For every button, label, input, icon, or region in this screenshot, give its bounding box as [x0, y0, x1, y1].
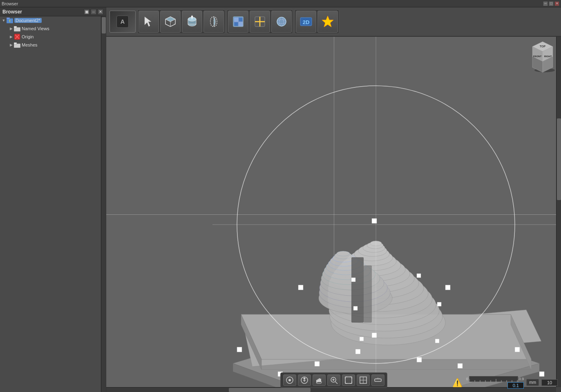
- handle-corner-tr[interactable]: [515, 347, 520, 352]
- toolbar-group-2: [227, 9, 293, 34]
- ruler-max-label: 0.9: [519, 377, 524, 381]
- body-select-button[interactable]: [271, 11, 292, 33]
- svg-marker-16: [165, 17, 175, 22]
- svg-rect-86: [417, 274, 421, 278]
- v-scroll-thumb[interactable]: [557, 118, 561, 200]
- svg-rect-78: [364, 265, 372, 323]
- folder-icon-named-views: [14, 25, 20, 32]
- close-button[interactable]: ✕: [554, 1, 559, 6]
- maximize-button[interactable]: □: [549, 1, 554, 6]
- window-controls: ─ □ ✕: [543, 1, 559, 6]
- browser-scrollbar[interactable]: [101, 16, 106, 392]
- svg-rect-82: [458, 363, 463, 368]
- orbit-button[interactable]: [298, 374, 311, 386]
- face-select-button[interactable]: [228, 11, 248, 33]
- minimize-button[interactable]: ─: [543, 1, 548, 6]
- browser-header: Browser ▣ ─ ✕: [0, 7, 106, 16]
- warning-icon: ⚠️: [451, 377, 464, 388]
- browser-collapse-button[interactable]: ▣: [84, 9, 89, 15]
- ruler-min-label: 0: [466, 377, 468, 381]
- svg-rect-24: [234, 18, 238, 22]
- svg-rect-77: [351, 257, 364, 323]
- browser-title: Browser: [2, 9, 22, 15]
- tree-origin-arrow[interactable]: ▶: [8, 34, 14, 40]
- browser-header-controls: ▣ ─ ✕: [84, 9, 103, 15]
- svg-rect-87: [435, 339, 439, 343]
- tree-root-item[interactable]: ▼ ! Document2*: [0, 16, 106, 24]
- browser-close-button[interactable]: ✕: [98, 9, 103, 15]
- pan-button[interactable]: [313, 374, 326, 386]
- svg-rect-107: [316, 380, 317, 383]
- svg-rect-27: [239, 22, 243, 26]
- svg-text:RIGHT: RIGHT: [544, 55, 552, 58]
- svg-rect-4: [14, 26, 17, 28]
- extrude-button[interactable]: [182, 11, 202, 33]
- handle-corner-tl[interactable]: [237, 347, 242, 352]
- 2d-button[interactable]: 2D: [296, 11, 316, 33]
- measure-button[interactable]: [371, 374, 384, 386]
- svg-rect-83: [353, 306, 358, 310]
- edge-select-button[interactable]: [250, 11, 270, 33]
- main-menu-button[interactable]: A: [110, 11, 136, 33]
- svg-marker-36: [322, 16, 333, 27]
- resize-corner[interactable]: [556, 387, 561, 392]
- toolbar-group-3: 2D: [295, 9, 339, 34]
- nav-cube[interactable]: TOP FRONT RIGHT: [524, 41, 557, 74]
- browser-panel: Browser ▣ ─ ✕ ▼ ! Document2* ▶ Named: [0, 7, 106, 392]
- tree-item-meshes[interactable]: ▶ Meshes: [0, 41, 106, 49]
- tree-named-views-label: Named Views: [22, 26, 49, 31]
- svg-text:FRONT: FRONT: [533, 55, 542, 58]
- viewport[interactable]: TOP FRONT RIGHT: [106, 37, 561, 392]
- current-value-box[interactable]: 0.1: [507, 382, 524, 389]
- svg-rect-25: [239, 18, 243, 22]
- value-display[interactable]: 10: [541, 379, 558, 386]
- toolbar: A: [106, 7, 561, 37]
- tree-root-arrow[interactable]: ▼: [1, 18, 7, 23]
- tree-item-origin[interactable]: ▶ Origin: [0, 33, 106, 41]
- folder-icon-meshes: [14, 42, 20, 48]
- window-title: Browser: [2, 1, 18, 6]
- svg-rect-88: [360, 337, 364, 341]
- svg-text:!: !: [9, 19, 11, 23]
- svg-line-109: [335, 382, 337, 384]
- status-bar: ⚠️ 0: [451, 376, 558, 389]
- grid-button[interactable]: [357, 374, 370, 386]
- browser-settings-button[interactable]: ─: [91, 9, 96, 15]
- vertical-scrollbar[interactable]: [556, 37, 561, 387]
- tree-item-named-views[interactable]: ▶ Named Views: [0, 24, 106, 33]
- camera-button[interactable]: [283, 374, 296, 386]
- svg-point-31: [277, 17, 286, 26]
- svg-point-76: [337, 251, 350, 256]
- handle-right[interactable]: [445, 285, 450, 290]
- revolve-button[interactable]: [203, 11, 224, 33]
- select-button[interactable]: [139, 11, 159, 33]
- settings-button[interactable]: [317, 11, 338, 33]
- svg-rect-81: [315, 361, 320, 366]
- tree-meshes-arrow[interactable]: ▶: [8, 42, 14, 48]
- svg-text:TOP: TOP: [540, 45, 546, 48]
- svg-rect-112: [345, 377, 352, 383]
- ruler-container: 0: [466, 376, 524, 389]
- 3d-model: [106, 37, 561, 392]
- svg-point-99: [288, 379, 291, 381]
- tree-meshes-label: Meshes: [22, 42, 38, 47]
- unit-display[interactable]: mm: [526, 379, 539, 386]
- handle-left[interactable]: [298, 285, 303, 290]
- h-scroll-thumb[interactable]: [229, 388, 311, 392]
- browser-scroll-thumb[interactable]: [102, 17, 106, 33]
- ruler-top-row: 0: [466, 376, 524, 382]
- document-icon: !: [7, 17, 13, 24]
- tree-root-label: Document2*: [14, 18, 42, 23]
- tree-named-views-arrow[interactable]: ▶: [8, 26, 14, 31]
- ruler-bar: [469, 376, 518, 382]
- svg-rect-84: [437, 302, 441, 306]
- zoom-button[interactable]: [327, 374, 340, 386]
- box-button[interactable]: [160, 11, 181, 33]
- ruler-bottom-row: 0.1: [507, 382, 524, 389]
- svg-text:A: A: [121, 18, 125, 25]
- svg-text:2D: 2D: [303, 19, 310, 25]
- tree-origin-label: Origin: [22, 34, 34, 39]
- svg-marker-21: [191, 15, 193, 17]
- fit-button[interactable]: [342, 374, 355, 386]
- svg-rect-106: [320, 379, 321, 382]
